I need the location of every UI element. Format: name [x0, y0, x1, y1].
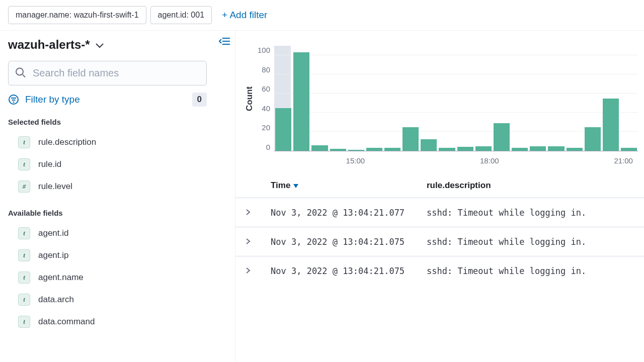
histogram-bar[interactable]: [403, 127, 419, 151]
histogram-bar[interactable]: [330, 149, 346, 151]
chart-y-label: Count: [242, 46, 258, 151]
histogram-bar[interactable]: [311, 145, 328, 151]
filter-type-count-badge: 0: [192, 93, 207, 107]
index-pattern-name: wazuh-alerts-*: [8, 38, 90, 52]
field-item[interactable]: tdata.arch: [8, 289, 227, 311]
field-name-label: rule.level: [38, 182, 72, 192]
field-item[interactable]: tagent.name: [8, 266, 227, 289]
filter-by-type-row: Filter by type 0: [8, 93, 207, 107]
x-tick: 15:00: [346, 156, 365, 165]
y-tick: 80: [262, 65, 270, 74]
chart-y-axis: 100806040200: [258, 46, 274, 151]
content-area: Count 100806040200 15:0018:0021:00 Time …: [235, 31, 644, 362]
sort-desc-icon: [293, 180, 298, 191]
histogram-bar[interactable]: [439, 148, 455, 151]
x-tick: 21:00: [614, 156, 633, 165]
chart-plot-area[interactable]: [274, 46, 638, 151]
text-type-icon: t: [18, 294, 30, 306]
histogram-bar[interactable]: [548, 146, 564, 151]
filter-pill[interactable]: manager.name: wazuh-first-swift-1: [8, 6, 146, 24]
column-desc-header[interactable]: rule.description: [427, 180, 644, 191]
filter-pill[interactable]: agent.id: 001: [150, 6, 212, 24]
histogram-bar[interactable]: [567, 148, 583, 151]
cell-description: sshd: Timeout while logging in.: [427, 266, 644, 276]
field-name-label: rule.id: [38, 159, 61, 169]
main-layout: wazuh-alerts-* Filter by type 0 Selected…: [0, 31, 644, 362]
histogram-bar[interactable]: [275, 108, 291, 151]
available-fields-heading: Available fields: [8, 209, 227, 217]
field-search-wrap: [8, 61, 207, 85]
histogram-bar[interactable]: [621, 148, 637, 151]
histogram-chart[interactable]: Count 100806040200 15:0018:0021:00: [235, 31, 644, 173]
field-item[interactable]: trule.description: [8, 131, 227, 153]
svg-point-3: [16, 68, 23, 75]
histogram-bar[interactable]: [494, 123, 510, 151]
field-item[interactable]: #rule.level: [8, 175, 227, 198]
table-row: Nov 3, 2022 @ 13:04:21.077sshd: Timeout …: [235, 198, 644, 227]
add-filter-button[interactable]: + Add filter: [222, 10, 267, 21]
table-header: Time rule.description: [235, 173, 644, 198]
histogram-bar[interactable]: [384, 148, 400, 151]
histogram-bar[interactable]: [366, 148, 382, 151]
field-search-input[interactable]: [8, 61, 207, 85]
cell-time: Nov 3, 2022 @ 13:04:21.077: [271, 208, 427, 218]
cell-description: sshd: Timeout while logging in.: [427, 237, 644, 247]
y-tick: 20: [262, 123, 270, 132]
text-type-icon: t: [18, 136, 30, 148]
index-pattern-selector[interactable]: wazuh-alerts-*: [8, 38, 227, 52]
histogram-bar[interactable]: [603, 99, 619, 151]
field-name-label: agent.name: [38, 273, 84, 283]
selected-fields-list: trule.descriptiontrule.id#rule.level: [8, 131, 227, 198]
table-row: Nov 3, 2022 @ 13:04:21.075sshd: Timeout …: [235, 256, 644, 285]
text-type-icon: t: [18, 227, 30, 239]
histogram-bar[interactable]: [293, 52, 309, 151]
expand-row-icon[interactable]: [246, 265, 271, 276]
table-row: Nov 3, 2022 @ 13:04:21.075sshd: Timeout …: [235, 227, 644, 256]
cell-time: Nov 3, 2022 @ 13:04:21.075: [271, 266, 427, 276]
y-tick: 40: [262, 104, 270, 113]
histogram-bar[interactable]: [348, 150, 364, 151]
filter-by-type-button[interactable]: Filter by type: [8, 94, 80, 105]
x-tick: 18:00: [480, 156, 499, 165]
histogram-bar[interactable]: [475, 146, 492, 151]
field-item[interactable]: tagent.ip: [8, 244, 227, 266]
expand-row-icon[interactable]: [246, 207, 271, 218]
field-item[interactable]: tdata.command: [8, 311, 227, 333]
histogram-bar[interactable]: [530, 146, 546, 151]
y-tick: 0: [266, 143, 270, 151]
available-fields-list: tagent.idtagent.iptagent.nametdata.archt…: [8, 222, 227, 333]
field-name-label: data.command: [38, 317, 95, 327]
svg-line-4: [23, 74, 25, 77]
table-rows: Nov 3, 2022 @ 13:04:21.077sshd: Timeout …: [235, 198, 644, 285]
expand-row-icon[interactable]: [246, 236, 271, 247]
text-type-icon: t: [18, 158, 30, 170]
field-name-label: agent.id: [38, 228, 69, 238]
chart-x-axis: 15:0018:0021:00: [276, 151, 638, 168]
filter-bar: manager.name: wazuh-first-swift-1agent.i…: [0, 0, 644, 31]
text-type-icon: t: [18, 316, 30, 328]
histogram-bar[interactable]: [512, 148, 528, 151]
text-type-icon: t: [18, 249, 30, 261]
cell-time: Nov 3, 2022 @ 13:04:21.075: [271, 237, 427, 247]
chevron-down-icon: [95, 39, 104, 51]
sidebar: wazuh-alerts-* Filter by type 0 Selected…: [0, 31, 235, 362]
histogram-bar[interactable]: [585, 127, 601, 151]
histogram-bar[interactable]: [421, 139, 437, 151]
cell-description: sshd: Timeout while logging in.: [427, 208, 644, 218]
field-name-label: rule.description: [38, 137, 96, 147]
histogram-bar[interactable]: [457, 147, 473, 151]
svg-marker-9: [293, 184, 298, 188]
collapse-sidebar-icon[interactable]: [219, 37, 230, 47]
number-type-icon: #: [18, 180, 30, 193]
y-tick: 100: [258, 46, 270, 54]
field-name-label: data.arch: [38, 295, 74, 305]
column-time-header[interactable]: Time: [271, 180, 427, 191]
field-item[interactable]: trule.id: [8, 153, 227, 175]
field-name-label: agent.ip: [38, 250, 69, 260]
filter-by-type-label: Filter by type: [25, 94, 80, 105]
text-type-icon: t: [18, 272, 30, 284]
search-icon: [15, 67, 26, 79]
field-item[interactable]: tagent.id: [8, 222, 227, 244]
selected-fields-heading: Selected fields: [8, 118, 227, 126]
column-time-label: Time: [271, 180, 290, 191]
